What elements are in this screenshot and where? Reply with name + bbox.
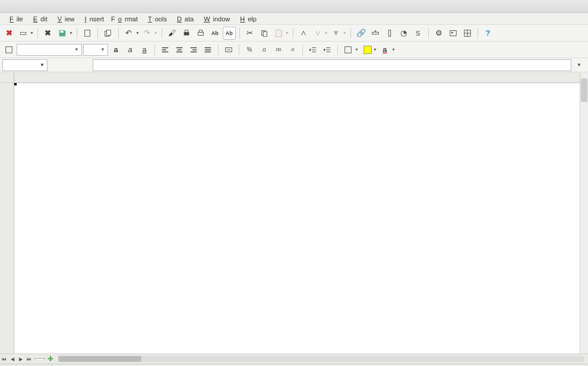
sheet-tab-bar: ⏮ ◀ ▶ ⏭ ✚ xyxy=(0,354,588,364)
export-pdf-icon[interactable] xyxy=(81,27,94,40)
add-decimal-icon[interactable]: .00 xyxy=(271,43,284,56)
menu-tools[interactable]: Tools xyxy=(142,14,170,24)
menu-window[interactable]: Window xyxy=(198,14,233,24)
sort-asc-icon[interactable] xyxy=(297,27,310,40)
merge-cells-icon[interactable] xyxy=(222,43,235,56)
add-sheet-button[interactable]: ✚ xyxy=(46,355,55,363)
insert-rows-icon[interactable] xyxy=(369,27,382,40)
svg-rect-17 xyxy=(345,46,352,53)
underline-icon[interactable]: a xyxy=(138,43,151,56)
sheet-tab-1[interactable] xyxy=(34,358,45,360)
redo-icon[interactable]: ↷ xyxy=(141,27,154,40)
borders-icon[interactable] xyxy=(342,43,355,56)
svg-rect-4 xyxy=(184,32,189,35)
menu-data[interactable]: Data xyxy=(171,14,197,24)
sort-desc-icon[interactable] xyxy=(311,27,324,40)
formula-expand-icon[interactable]: ▼ xyxy=(573,59,586,72)
remove-decimal-icon[interactable]: .0 xyxy=(286,43,299,56)
clone-icon[interactable] xyxy=(102,27,115,40)
insert-cols-icon[interactable] xyxy=(383,27,396,40)
sheet-area xyxy=(0,72,588,354)
new-icon[interactable]: ▭ xyxy=(17,27,30,40)
styles-icon[interactable] xyxy=(2,43,15,56)
status-bar: ▭ ⊞ xyxy=(0,364,588,366)
chart-icon[interactable]: ◔ xyxy=(397,27,410,40)
formula-bar: ▼ ▼ xyxy=(0,58,588,72)
save-drop[interactable]: ▼ xyxy=(69,31,73,35)
new-drop[interactable]: ▼ xyxy=(30,31,34,35)
svg-rect-10 xyxy=(372,32,378,34)
autocheck-icon[interactable]: Ab xyxy=(223,27,236,40)
align-center-icon[interactable] xyxy=(173,43,186,56)
spellcheck-icon[interactable]: Ab xyxy=(208,27,222,40)
menu-edit[interactable]: Edit xyxy=(27,14,50,24)
grid-icon[interactable] xyxy=(461,27,474,40)
font-name-select[interactable]: ▼ xyxy=(17,44,82,56)
sort-drop[interactable]: ▼ xyxy=(324,31,328,35)
name-box[interactable]: ▼ xyxy=(2,59,48,71)
redo-drop[interactable]: ▼ xyxy=(154,31,158,35)
tab-last-icon[interactable]: ⏭ xyxy=(25,357,33,362)
toolbar-formatting: ▼ ▼ a a a % .0 .00 .0 ▼ ▼ a▼ xyxy=(0,42,588,58)
copy-icon[interactable] xyxy=(258,27,271,40)
tab-prev-icon[interactable]: ◀ xyxy=(8,357,17,362)
decrease-indent-icon[interactable] xyxy=(306,43,320,56)
menu-bar: File Edit View Insert Format Tools Data … xyxy=(0,13,588,25)
menu-file[interactable]: File xyxy=(4,14,26,24)
title-bar xyxy=(0,0,588,13)
number-format-icon[interactable]: .0 xyxy=(257,43,270,56)
align-justify-icon[interactable] xyxy=(201,43,214,56)
sum-button[interactable] xyxy=(63,59,76,71)
save-icon[interactable] xyxy=(56,27,69,40)
font-size-select[interactable]: ▼ xyxy=(83,44,108,56)
print-icon[interactable] xyxy=(180,27,193,40)
select-all-corner[interactable] xyxy=(0,72,14,83)
row-headers xyxy=(0,72,14,354)
menu-format[interactable]: Format xyxy=(108,14,141,24)
close-doc-icon[interactable]: ✖ xyxy=(2,27,15,40)
horizontal-scrollbar[interactable] xyxy=(58,356,584,362)
increase-indent-icon[interactable] xyxy=(321,43,334,56)
paintbrush-icon[interactable]: 🖌 xyxy=(166,27,179,40)
autofilter-icon[interactable]: ▼ xyxy=(330,27,343,40)
align-right-icon[interactable] xyxy=(187,43,200,56)
menu-insert[interactable]: Insert xyxy=(79,14,108,24)
bold-icon[interactable]: a xyxy=(109,43,122,56)
hyperlink-icon[interactable]: 🔗 xyxy=(355,27,368,40)
help-icon[interactable]: ? xyxy=(482,27,495,40)
italic-icon[interactable]: a xyxy=(124,43,137,56)
svg-rect-1 xyxy=(85,30,90,36)
toolbar-standard: ✖ ▭▼ ✖ ▼ ↶▼ ↷▼ 🖌 Ab Ab ✂ 📋▼ ▼ ▼▼ 🔗 ◔ Ѕ ⚙… xyxy=(0,25,588,42)
tab-next-icon[interactable]: ▶ xyxy=(17,357,25,362)
currency-icon[interactable]: % xyxy=(243,43,256,56)
print-preview-icon[interactable] xyxy=(194,27,207,40)
cut-icon[interactable]: ✂ xyxy=(244,27,257,40)
menu-view[interactable]: View xyxy=(52,14,78,24)
undo-icon[interactable]: ↶ xyxy=(122,27,135,40)
paste-icon[interactable]: 📋 xyxy=(272,27,285,40)
undo-drop[interactable]: ▼ xyxy=(135,31,140,35)
function-icon[interactable]: Ѕ xyxy=(412,27,425,40)
svg-rect-0 xyxy=(60,30,63,33)
svg-point-13 xyxy=(451,31,453,33)
svg-rect-9 xyxy=(263,31,267,36)
svg-rect-3 xyxy=(106,30,110,35)
menu-help[interactable]: Help xyxy=(234,14,260,24)
vertical-scrollbar[interactable] xyxy=(580,72,588,354)
tab-first-icon[interactable]: ⏮ xyxy=(0,357,8,362)
formula-input[interactable] xyxy=(93,59,571,71)
grid[interactable] xyxy=(14,72,580,354)
fx-button[interactable] xyxy=(49,59,62,71)
svg-rect-7 xyxy=(199,30,202,32)
fontcolor-icon[interactable]: a xyxy=(378,43,391,56)
gear-icon[interactable]: ⚙ xyxy=(432,27,445,40)
align-left-icon[interactable] xyxy=(159,43,172,56)
equals-button[interactable] xyxy=(77,59,90,71)
paste-drop[interactable]: ▼ xyxy=(285,31,289,35)
column-headers xyxy=(14,72,580,83)
svg-rect-11 xyxy=(388,30,391,36)
svg-rect-5 xyxy=(185,30,188,32)
image-icon[interactable] xyxy=(447,27,460,40)
open-icon[interactable]: ✖ xyxy=(42,27,55,40)
bgcolor-icon[interactable] xyxy=(360,43,373,56)
